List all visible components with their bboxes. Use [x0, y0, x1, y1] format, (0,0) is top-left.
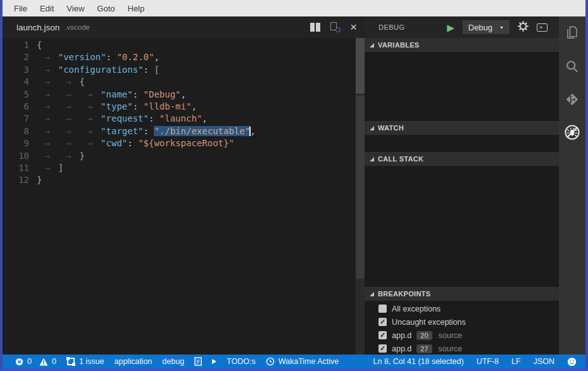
- line-text: →]: [37, 162, 63, 174]
- line-number-badge: 20: [416, 331, 432, 340]
- checkbox-checked[interactable]: ✓: [378, 331, 387, 339]
- line-number: 12: [3, 174, 37, 186]
- menu-goto[interactable]: Goto: [91, 1, 121, 16]
- todos-status-item[interactable]: TODO:s: [227, 357, 256, 366]
- checkbox-checked[interactable]: ✓: [378, 344, 387, 353]
- code-line[interactable]: 8→→→"target": "./bin/executable",: [3, 125, 365, 137]
- line-text: →→→"target": "./bin/executable",: [37, 125, 256, 137]
- breakpoint-detail: source: [439, 344, 463, 353]
- feedback-smiley-icon[interactable]: [567, 357, 577, 367]
- code-line[interactable]: 4→→{: [3, 76, 365, 88]
- editor-title-bar: launch.json .vscode ×: [3, 16, 365, 38]
- vscode-window: File Edit View Goto Help launch.json .vs…: [0, 0, 588, 371]
- line-number: 7: [3, 113, 37, 125]
- start-debug-play-icon[interactable]: ▶: [447, 23, 454, 32]
- problems-indicator[interactable]: 0 0: [15, 357, 56, 366]
- clock-icon: [266, 357, 275, 366]
- gear-icon[interactable]: [518, 21, 529, 34]
- error-icon: [15, 358, 23, 366]
- breakpoint-row[interactable]: All exceptions: [365, 302, 559, 315]
- section-call-stack[interactable]: CALL STACK: [365, 152, 559, 166]
- split-editor-icon[interactable]: [310, 23, 320, 32]
- search-icon[interactable]: [564, 58, 580, 75]
- menu-view[interactable]: View: [60, 1, 91, 16]
- encoding-item[interactable]: UTF-8: [477, 357, 499, 366]
- section-expand-icon: [370, 43, 374, 47]
- language-mode-item[interactable]: JSON: [534, 357, 554, 366]
- status-bar: 0 0 1 issue application debug TODO:s Wak…: [3, 355, 585, 368]
- code-line[interactable]: 9→→→"cwd": "${workspaceRoot}": [3, 137, 365, 149]
- section-expand-icon: [370, 157, 374, 161]
- code-line[interactable]: 12}: [3, 174, 365, 186]
- menu-help[interactable]: Help: [122, 1, 151, 16]
- editor-scrollbar[interactable]: [356, 38, 365, 355]
- document-icon[interactable]: [194, 357, 202, 366]
- debug-status-item[interactable]: debug: [162, 357, 184, 366]
- application-status-item[interactable]: application: [115, 357, 153, 366]
- menu-bar: File Edit View Goto Help: [3, 0, 585, 16]
- code-line[interactable]: 6→→→"type": "lldb-mi",: [3, 101, 365, 113]
- code-line[interactable]: 7→→→"request": "launch",: [3, 113, 365, 125]
- close-icon[interactable]: ×: [350, 22, 357, 32]
- code-line[interactable]: 11→]: [3, 162, 365, 174]
- breakpoint-row[interactable]: ✓app.d20source: [365, 329, 559, 342]
- section-breakpoints[interactable]: BREAKPOINTS: [365, 287, 559, 301]
- line-text: {: [37, 39, 42, 51]
- code-line[interactable]: 3→"configurations": [: [3, 64, 365, 76]
- call-stack-content: [365, 166, 559, 287]
- code-line[interactable]: 5→→→"name": "Debug",: [3, 89, 365, 101]
- line-number: 8: [3, 125, 37, 137]
- line-number: 3: [3, 64, 37, 76]
- debug-config-dropdown[interactable]: Debug ▼: [463, 20, 510, 34]
- warning-count: 0: [52, 357, 56, 366]
- scrollbar-track-segment: [356, 96, 365, 279]
- line-text: →"version": "0.2.0",: [37, 51, 160, 63]
- breakpoint-label: All exceptions: [392, 305, 441, 313]
- line-text: →→→"request": "launch",: [37, 113, 208, 125]
- debug-toolbar: DEBUG ▶ Debug ▼: [365, 16, 559, 38]
- section-variables[interactable]: VARIABLES: [365, 38, 559, 52]
- line-number: 9: [3, 137, 37, 149]
- tab-folder-label: .vscode: [65, 23, 90, 31]
- breakpoint-label: Uncaught exceptions: [392, 318, 466, 327]
- code-line[interactable]: 10→→}: [3, 150, 365, 162]
- breakpoint-detail: source: [439, 331, 463, 340]
- wakatime-status-item[interactable]: WakaTime Active: [266, 357, 339, 366]
- code-line[interactable]: 2→"version": "0.2.0",: [3, 51, 365, 63]
- error-count: 0: [27, 357, 32, 366]
- files-icon[interactable]: [564, 25, 580, 42]
- issues-status-item[interactable]: 1 issue: [66, 357, 104, 366]
- git-icon[interactable]: [564, 91, 580, 108]
- variables-content: [365, 52, 559, 121]
- line-number: 5: [3, 89, 37, 101]
- menu-file[interactable]: File: [8, 1, 34, 16]
- issues-icon: [66, 357, 75, 366]
- line-text: →→→"cwd": "${workspaceRoot}": [37, 137, 234, 149]
- line-text: →→→"name": "Debug",: [37, 89, 186, 101]
- eol-item[interactable]: LF: [511, 357, 521, 366]
- debug-icon[interactable]: [564, 124, 580, 141]
- tab-launch-json[interactable]: launch.json: [16, 23, 59, 32]
- debug-config-value: Debug: [468, 23, 492, 32]
- line-number: 1: [3, 39, 37, 51]
- breakpoints-list: All exceptions✓Uncaught exceptions✓app.d…: [365, 301, 559, 355]
- scrollbar-thumb[interactable]: [356, 38, 365, 94]
- line-text: →→{: [37, 76, 85, 88]
- open-preview-icon[interactable]: [330, 22, 341, 32]
- code-line[interactable]: 1{: [3, 39, 365, 51]
- checkbox-unchecked[interactable]: [378, 305, 387, 313]
- debug-console-icon[interactable]: >: [537, 23, 547, 32]
- breakpoint-label: app.d: [392, 331, 411, 340]
- line-number: 2: [3, 51, 37, 63]
- breakpoint-label: app.d: [392, 344, 411, 353]
- checkbox-checked[interactable]: ✓: [378, 318, 387, 326]
- warning-icon: [39, 358, 48, 366]
- menu-edit[interactable]: Edit: [34, 1, 60, 16]
- cursor-position-item[interactable]: Ln 8, Col 41 (18 selected): [373, 357, 464, 366]
- code-area[interactable]: 1{2→"version": "0.2.0",3→"configurations…: [3, 38, 365, 355]
- breakpoint-row[interactable]: ✓app.d27source: [365, 342, 559, 355]
- run-code-play-icon[interactable]: [212, 359, 216, 364]
- section-watch[interactable]: WATCH: [365, 121, 559, 135]
- breakpoint-row[interactable]: ✓Uncaught exceptions: [365, 315, 559, 329]
- line-text: →→}: [37, 150, 85, 162]
